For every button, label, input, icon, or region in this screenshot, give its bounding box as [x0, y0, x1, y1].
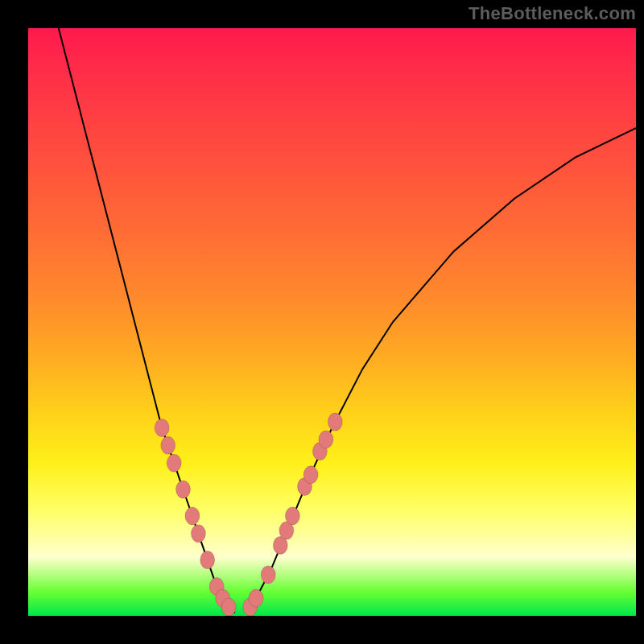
- data-marker: [249, 589, 263, 607]
- curve-right-branch: [247, 128, 636, 613]
- data-marker: [200, 551, 215, 569]
- data-marker: [161, 436, 175, 454]
- data-marker: [155, 419, 169, 436]
- data-marker: [191, 525, 205, 543]
- data-marker: [303, 466, 318, 484]
- marker-group: [155, 413, 342, 616]
- data-marker: [285, 507, 299, 525]
- plot-area: [28, 28, 636, 616]
- chart-frame: TheBottleneck.com: [0, 0, 644, 644]
- data-marker: [319, 431, 333, 448]
- data-marker: [328, 413, 342, 431]
- data-marker: [185, 507, 200, 525]
- watermark-text: TheBottleneck.com: [469, 3, 636, 24]
- data-marker: [221, 598, 236, 616]
- data-marker: [261, 566, 275, 584]
- data-marker: [167, 454, 181, 472]
- curve-left-branch: [59, 28, 235, 613]
- data-marker: [176, 481, 191, 498]
- chart-svg: [28, 28, 636, 616]
